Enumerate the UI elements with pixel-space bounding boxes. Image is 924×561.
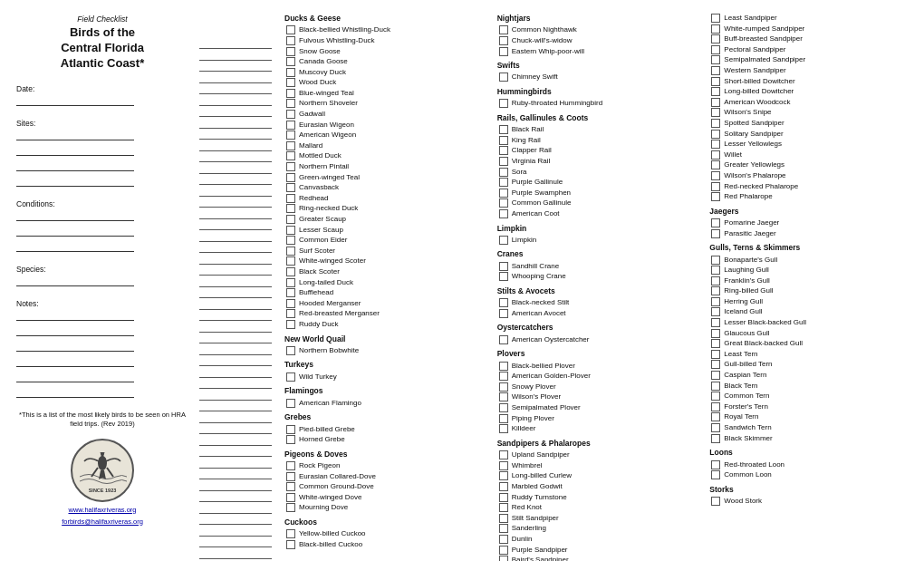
bird-checkbox[interactable] bbox=[286, 425, 295, 434]
bird-checkbox[interactable] bbox=[286, 204, 295, 213]
bird-checkbox[interactable] bbox=[711, 497, 720, 506]
bird-checkbox[interactable] bbox=[711, 45, 720, 54]
bird-checkbox[interactable] bbox=[711, 77, 720, 86]
bird-checkbox[interactable] bbox=[286, 299, 295, 308]
bird-checkbox[interactable] bbox=[711, 119, 720, 128]
bird-checkbox[interactable] bbox=[286, 183, 295, 192]
bird-checkbox[interactable] bbox=[286, 194, 295, 203]
bird-checkbox[interactable] bbox=[499, 236, 508, 245]
bird-checkbox[interactable] bbox=[711, 371, 720, 380]
bird-checkbox[interactable] bbox=[711, 98, 720, 107]
bird-checkbox[interactable] bbox=[499, 493, 508, 502]
bird-checkbox[interactable] bbox=[499, 99, 508, 108]
bird-checkbox[interactable] bbox=[286, 151, 295, 160]
bird-checkbox[interactable] bbox=[286, 267, 295, 276]
bird-checkbox[interactable] bbox=[711, 34, 720, 44]
bird-checkbox[interactable] bbox=[711, 286, 720, 295]
bird-checkbox[interactable] bbox=[711, 66, 720, 75]
bird-checkbox[interactable] bbox=[286, 68, 295, 77]
bird-checkbox[interactable] bbox=[499, 198, 508, 208]
bird-checkbox[interactable] bbox=[499, 556, 508, 561]
bird-checkbox[interactable] bbox=[286, 288, 295, 297]
bird-checkbox[interactable] bbox=[711, 307, 720, 316]
bird-checkbox[interactable] bbox=[499, 262, 508, 271]
bird-checkbox[interactable] bbox=[711, 108, 720, 117]
bird-checkbox[interactable] bbox=[286, 131, 295, 140]
bird-checkbox[interactable] bbox=[286, 320, 295, 329]
bird-checkbox[interactable] bbox=[711, 470, 720, 479]
bird-checkbox[interactable] bbox=[286, 141, 295, 150]
bird-checkbox[interactable] bbox=[499, 524, 508, 533]
bird-checkbox[interactable] bbox=[711, 329, 720, 338]
bird-checkbox[interactable] bbox=[499, 272, 508, 281]
bird-checkbox[interactable] bbox=[711, 55, 720, 64]
bird-checkbox[interactable] bbox=[711, 392, 720, 401]
bird-checkbox[interactable] bbox=[711, 266, 720, 275]
bird-checkbox[interactable] bbox=[711, 229, 720, 238]
bird-checkbox[interactable] bbox=[711, 218, 720, 227]
bird-checkbox[interactable] bbox=[286, 540, 295, 549]
website-link[interactable]: www.halifaxriveras.org bbox=[68, 506, 136, 514]
bird-checkbox[interactable] bbox=[286, 472, 295, 481]
bird-checkbox[interactable] bbox=[286, 173, 295, 182]
bird-checkbox[interactable] bbox=[286, 236, 295, 245]
bird-checkbox[interactable] bbox=[286, 435, 295, 444]
bird-checkbox[interactable] bbox=[499, 372, 508, 381]
bird-checkbox[interactable] bbox=[711, 297, 720, 306]
bird-checkbox[interactable] bbox=[286, 78, 295, 87]
bird-checkbox[interactable] bbox=[499, 471, 508, 480]
bird-checkbox[interactable] bbox=[286, 99, 295, 108]
bird-checkbox[interactable] bbox=[286, 278, 295, 287]
bird-checkbox[interactable] bbox=[286, 346, 295, 355]
bird-checkbox[interactable] bbox=[286, 226, 295, 235]
bird-checkbox[interactable] bbox=[499, 514, 508, 523]
bird-checkbox[interactable] bbox=[499, 461, 508, 470]
bird-checkbox[interactable] bbox=[711, 412, 720, 421]
bird-checkbox[interactable] bbox=[711, 460, 720, 469]
bird-checkbox[interactable] bbox=[499, 450, 508, 459]
bird-checkbox[interactable] bbox=[711, 423, 720, 432]
bird-checkbox[interactable] bbox=[286, 493, 295, 502]
bird-checkbox[interactable] bbox=[499, 178, 508, 187]
bird-checkbox[interactable] bbox=[499, 335, 508, 344]
bird-checkbox[interactable] bbox=[711, 256, 720, 265]
bird-checkbox[interactable] bbox=[499, 382, 508, 392]
bird-checkbox[interactable] bbox=[286, 162, 295, 171]
bird-checkbox[interactable] bbox=[499, 209, 508, 218]
bird-checkbox[interactable] bbox=[711, 140, 720, 149]
bird-checkbox[interactable] bbox=[286, 503, 295, 512]
bird-checkbox[interactable] bbox=[711, 434, 720, 443]
bird-checkbox[interactable] bbox=[499, 47, 508, 56]
bird-checkbox[interactable] bbox=[499, 546, 508, 555]
bird-checkbox[interactable] bbox=[499, 362, 508, 371]
bird-checkbox[interactable] bbox=[499, 414, 508, 423]
bird-checkbox[interactable] bbox=[286, 89, 295, 98]
bird-checkbox[interactable] bbox=[711, 182, 720, 191]
bird-checkbox[interactable] bbox=[499, 403, 508, 412]
bird-checkbox[interactable] bbox=[711, 318, 720, 327]
bird-checkbox[interactable] bbox=[499, 136, 508, 145]
bird-checkbox[interactable] bbox=[499, 503, 508, 512]
bird-checkbox[interactable] bbox=[286, 461, 295, 470]
bird-checkbox[interactable] bbox=[499, 157, 508, 166]
bird-checkbox[interactable] bbox=[711, 87, 720, 96]
bird-checkbox[interactable] bbox=[499, 482, 508, 491]
bird-checkbox[interactable] bbox=[711, 276, 720, 285]
bird-checkbox[interactable] bbox=[286, 482, 295, 491]
bird-checkbox[interactable] bbox=[286, 121, 295, 130]
bird-checkbox[interactable] bbox=[499, 73, 508, 82]
email-link[interactable]: forbirds@halifaxriveras.org bbox=[62, 517, 143, 526]
bird-checkbox[interactable] bbox=[286, 36, 295, 45]
bird-checkbox[interactable] bbox=[711, 171, 720, 180]
bird-checkbox[interactable] bbox=[711, 339, 720, 348]
bird-checkbox[interactable] bbox=[286, 215, 295, 224]
bird-checkbox[interactable] bbox=[499, 146, 508, 155]
bird-checkbox[interactable] bbox=[711, 130, 720, 139]
bird-checkbox[interactable] bbox=[499, 189, 508, 198]
bird-checkbox[interactable] bbox=[286, 57, 295, 66]
bird-checkbox[interactable] bbox=[499, 424, 508, 433]
bird-checkbox[interactable] bbox=[499, 392, 508, 401]
date-line[interactable] bbox=[16, 95, 134, 106]
bird-checkbox[interactable] bbox=[286, 372, 295, 382]
bird-checkbox[interactable] bbox=[711, 382, 720, 391]
